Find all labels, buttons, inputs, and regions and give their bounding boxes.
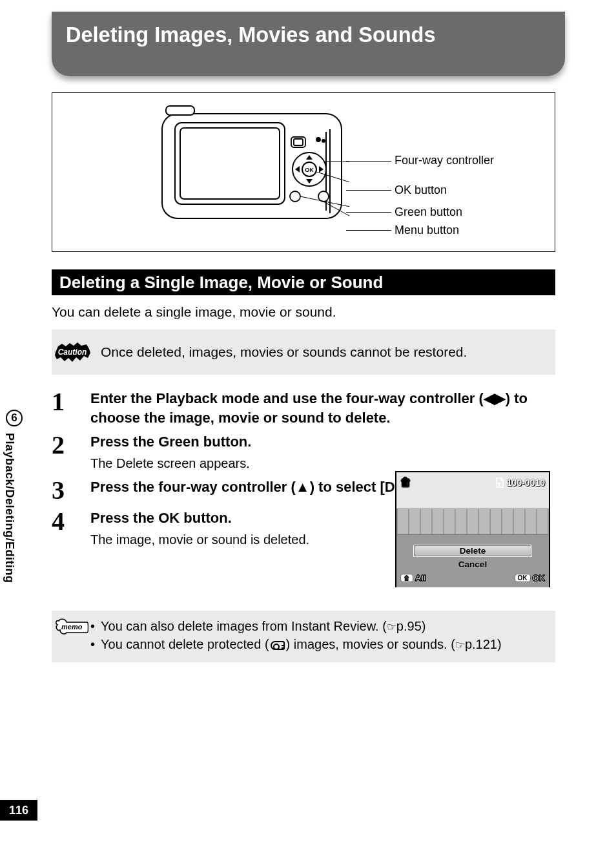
- callout-green: Green button: [395, 205, 462, 219]
- lcd-option-cancel: Cancel: [413, 558, 532, 571]
- reference-icon: ☞: [387, 621, 396, 633]
- chapter-title: Deleting Images, Movies and Sounds: [66, 23, 551, 47]
- callout-menu: Menu button: [395, 224, 459, 237]
- svg-point-13: [290, 191, 300, 202]
- lcd-option-delete: Delete: [413, 545, 532, 557]
- callout-ok: OK button: [395, 183, 447, 197]
- caution-box: Caution Once deleted, images, movies or …: [52, 330, 555, 375]
- caution-text: Once deleted, images, movies or sounds c…: [101, 344, 467, 360]
- protect-key-icon: [271, 641, 285, 650]
- intro-text: You can delete a single image, movie or …: [52, 304, 336, 320]
- step-number: 3: [52, 476, 90, 503]
- memo-content: • You can also delete images from Instan…: [90, 617, 502, 653]
- lcd-all-button: 🗑︎ All: [400, 573, 426, 583]
- step-2: 2 Press the Green button. The Delete scr…: [52, 431, 555, 472]
- svg-rect-2: [180, 128, 280, 199]
- trash-icon: 🗑︎: [400, 574, 413, 582]
- section-heading: Deleting a Single Image, Movie or Sound: [52, 269, 555, 295]
- trash-icon: 🗑︎: [400, 476, 411, 489]
- memo-box: memo • You can also delete images from I…: [52, 611, 555, 662]
- step-number: 4: [52, 507, 90, 534]
- step-title: Press the Green button.: [90, 432, 555, 452]
- caution-icon: Caution: [53, 340, 92, 364]
- step-1: 1 Enter the Playback mode and use the fo…: [52, 388, 555, 427]
- step-subtext: The Delete screen appears.: [90, 454, 555, 472]
- lcd-ok-button: OK OK: [515, 573, 546, 583]
- step-number: 1: [52, 388, 90, 415]
- step-title: Enter the Playback mode and use the four…: [90, 389, 555, 427]
- svg-point-11: [316, 138, 320, 142]
- lcd-screenshot: 🗑︎ 100-0010 Delete Cancel 🗑︎ All OK OK: [395, 471, 550, 587]
- svg-rect-10: [294, 139, 303, 145]
- svg-point-14: [318, 191, 329, 202]
- step-number: 2: [52, 431, 90, 458]
- callout-four-way: Four-way controller: [395, 154, 494, 167]
- side-chapter-label: Playback/Deleting/Editing: [3, 433, 16, 583]
- memo-icon: memo: [53, 617, 90, 653]
- svg-text:OK: OK: [305, 167, 314, 173]
- camera-diagram: OK Four-way controller OK button Green b…: [52, 92, 555, 252]
- side-chapter-number: 6: [6, 410, 23, 426]
- svg-rect-3: [166, 106, 194, 115]
- reference-icon: ☞: [455, 639, 465, 651]
- page-number: 116: [0, 800, 37, 821]
- camera-illustration: OK: [156, 100, 349, 248]
- svg-point-12: [322, 140, 325, 142]
- chapter-header: Deleting Images, Movies and Sounds: [52, 12, 565, 76]
- lcd-file-number: 100-0010: [495, 477, 545, 488]
